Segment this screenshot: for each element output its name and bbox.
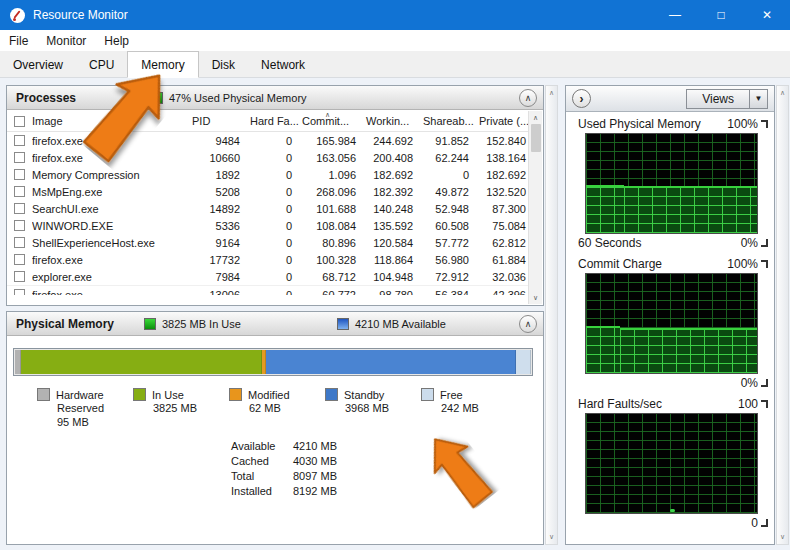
col-working-set[interactable]: Workin... <box>356 115 413 127</box>
table-row[interactable]: MsMpEng.exe 5208 0 268.096 182.392 49.87… <box>7 183 528 200</box>
graph-grid <box>586 414 757 513</box>
row-checkbox[interactable] <box>14 254 25 265</box>
legend-label: Modified <box>248 389 290 401</box>
legend-label-line2: Reserved <box>57 401 133 415</box>
col-shareable[interactable]: Shareab... <box>413 115 469 127</box>
cell-shareable: 72.912 <box>413 271 469 283</box>
scroll-up-icon[interactable]: ∧ <box>533 111 538 124</box>
scrollbar-thumb[interactable] <box>531 124 541 152</box>
data-point-dot <box>670 509 675 512</box>
graph-fill-segment <box>586 185 624 234</box>
summary-value: 4030 MB <box>293 454 337 469</box>
col-commit[interactable]: Commit... <box>292 115 356 127</box>
y-max-label: 100 <box>738 397 758 411</box>
minimize-button[interactable]: — <box>652 0 698 30</box>
cell-hard-faults: 0 <box>240 254 292 266</box>
scroll-up-icon[interactable]: ∧ <box>549 89 554 97</box>
cell-shareable: 62.244 <box>413 152 469 164</box>
menu-help[interactable]: Help <box>95 30 138 52</box>
row-checkbox[interactable] <box>14 152 25 163</box>
summary-row-total: Total 8097 MB <box>231 469 337 484</box>
collapse-memory-button[interactable]: ∧ <box>519 315 537 333</box>
cell-image: firefox.exe <box>32 135 182 147</box>
cell-commit: 108.084 <box>292 220 356 232</box>
cell-hard-faults: 0 <box>240 186 292 198</box>
bar-segment-standby <box>266 350 516 374</box>
row-checkbox[interactable] <box>14 203 25 214</box>
tab-disk[interactable]: Disk <box>199 53 248 77</box>
table-row[interactable]: ShellExperienceHost.exe 9164 0 80.896 12… <box>7 234 528 251</box>
right-pane-scrollbar[interactable]: ∧ ∨ <box>776 85 789 545</box>
green-memory-swatch-icon <box>151 92 163 104</box>
summary-row-installed: Installed 8192 MB <box>231 484 337 499</box>
cell-hard-faults: 0 <box>240 220 292 232</box>
table-row[interactable]: Memory Compression 1892 0 1.096 182.692 … <box>7 166 528 183</box>
table-header-row[interactable]: Image PID Hard Fa... Commit... Workin...… <box>7 111 528 132</box>
table-row[interactable]: WINWORD.EXE 5336 0 108.084 135.592 60.50… <box>7 217 528 234</box>
tab-overview[interactable]: Overview <box>0 53 76 77</box>
row-checkbox[interactable] <box>14 135 25 146</box>
x-axis-label: 60 Seconds <box>578 236 741 250</box>
tab-memory[interactable]: Memory <box>127 51 198 78</box>
cell-pid: 9484 <box>182 135 240 147</box>
cell-commit: 1.096 <box>292 169 356 181</box>
col-private[interactable]: Private (... <box>469 115 528 127</box>
cell-working: 200.408 <box>356 152 413 164</box>
maximize-button[interactable]: □ <box>698 0 744 30</box>
table-row[interactable]: firefox.exe 9484 0 165.984 244.692 91.85… <box>7 132 528 149</box>
processes-title: Processes <box>16 91 76 105</box>
scroll-up-icon[interactable]: ∧ <box>780 89 785 97</box>
standby-swatch-icon <box>325 388 338 401</box>
memory-composition-bar <box>13 348 533 376</box>
col-pid[interactable]: PID <box>182 115 240 127</box>
legend-free: Free 242 MB <box>421 388 517 429</box>
used-memory-status: 47% Used Physical Memory <box>151 92 307 104</box>
summary-label: Cached <box>231 454 293 469</box>
views-button[interactable]: Views <box>686 89 750 109</box>
scroll-down-icon[interactable]: ∨ <box>780 533 785 541</box>
select-all-checkbox[interactable] <box>14 116 25 127</box>
col-image[interactable]: Image <box>32 115 182 127</box>
processes-panel-header[interactable]: Processes 47% Used Physical Memory ∧ <box>7 86 543 110</box>
menu-monitor[interactable]: Monitor <box>37 30 95 52</box>
scroll-down-icon[interactable]: ∨ <box>533 291 538 304</box>
col-hard-faults[interactable]: Hard Fa... <box>240 115 292 127</box>
physical-memory-title: Physical Memory <box>16 317 114 331</box>
cell-image: ShellExperienceHost.exe <box>32 237 182 249</box>
cell-pid: 14892 <box>182 203 240 215</box>
graph-fill-segment <box>620 328 757 373</box>
table-row[interactable]: SearchUI.exe 14892 0 101.688 140.248 52.… <box>7 200 528 217</box>
table-scrollbar[interactable]: ∧ ∨ <box>528 111 542 304</box>
summary-row-available: Available 4210 MB <box>231 439 337 454</box>
row-checkbox[interactable] <box>14 186 25 197</box>
y-min-label: 0% <box>741 376 758 390</box>
used-memory-status-text: 47% Used Physical Memory <box>169 92 307 104</box>
close-button[interactable]: ✕ <box>744 0 790 30</box>
expand-pane-button[interactable]: › <box>572 89 591 108</box>
tab-network[interactable]: Network <box>248 53 318 77</box>
cell-shareable: 56.980 <box>413 254 469 266</box>
table-row[interactable]: firefox.exe 17732 0 100.328 118.864 56.9… <box>7 251 528 268</box>
physical-memory-header[interactable]: Physical Memory 3825 MB In Use 4210 MB A… <box>7 312 543 336</box>
row-checkbox[interactable] <box>14 289 25 295</box>
clipped-table-row[interactable]: firefox.exe 13006 0 60.772 98.780 56.384… <box>7 285 528 295</box>
row-checkbox[interactable] <box>14 271 25 282</box>
tab-cpu[interactable]: CPU <box>76 53 127 77</box>
row-checkbox[interactable] <box>14 237 25 248</box>
table-row[interactable]: firefox.exe 10660 0 163.056 200.408 62.2… <box>7 149 528 166</box>
axis-bracket-icon <box>761 260 768 268</box>
collapse-processes-button[interactable]: ∧ <box>519 89 537 107</box>
table-row[interactable]: explorer.exe 7984 0 68.712 104.948 72.91… <box>7 268 528 285</box>
left-pane-scrollbar[interactable]: ∧ ∨ <box>545 85 558 545</box>
legend-value: 242 MB <box>441 401 517 415</box>
cell-commit: 80.896 <box>292 237 356 249</box>
y-max-label: 100% <box>727 117 758 131</box>
row-checkbox[interactable] <box>14 169 25 180</box>
graphs-panel: › Views ▼ Used Physical Memory 100% 60 S… <box>565 85 775 545</box>
cell-pid: 1892 <box>182 169 240 181</box>
scroll-down-icon[interactable]: ∨ <box>549 533 554 541</box>
menu-file[interactable]: File <box>0 30 37 52</box>
row-checkbox[interactable] <box>14 220 25 231</box>
views-dropdown-button[interactable]: ▼ <box>750 89 768 109</box>
bar-segment-free <box>516 350 531 374</box>
